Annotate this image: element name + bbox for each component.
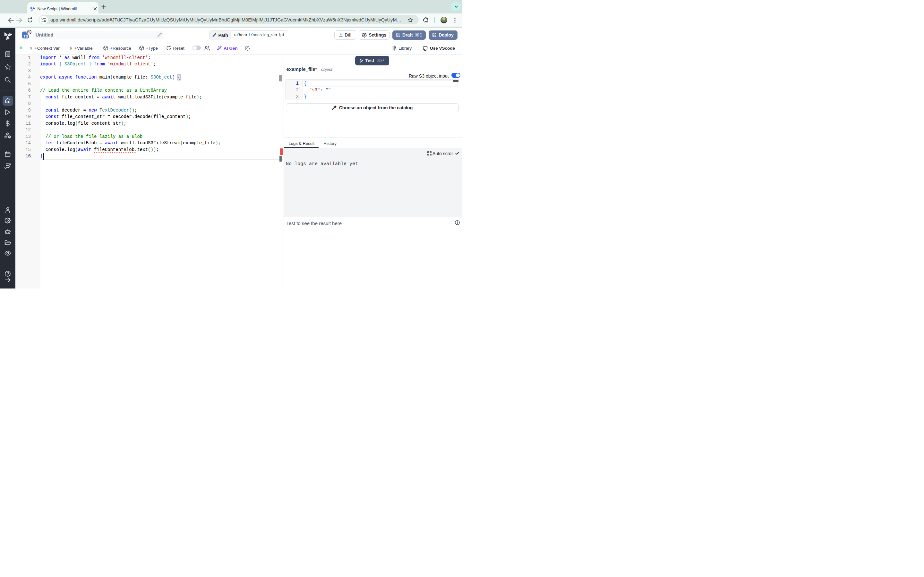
- svg-text:TS: TS: [23, 34, 28, 38]
